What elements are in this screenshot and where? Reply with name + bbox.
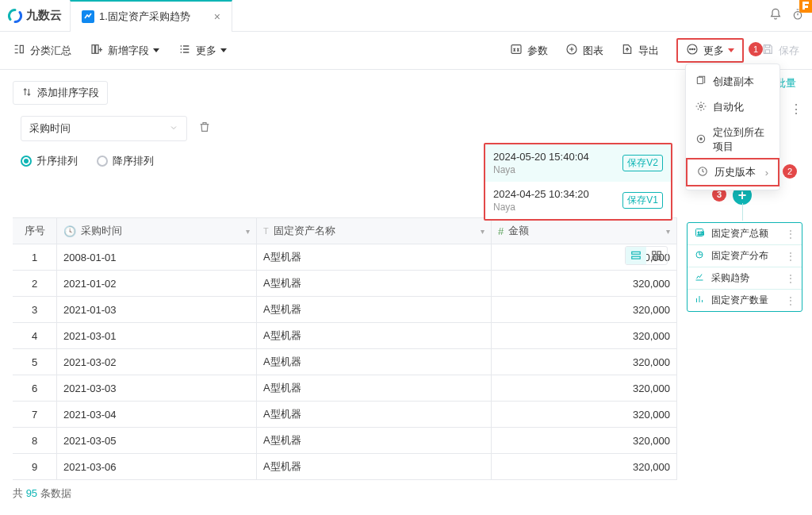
panel-item[interactable]: 固定资产分布 ⋮: [688, 245, 802, 267]
menu-history-label: 历史版本: [714, 165, 756, 179]
params-button[interactable]: 参数: [510, 43, 548, 58]
menu-history[interactable]: 历史版本 › 2: [686, 158, 779, 186]
more-dots-icon[interactable]: ⋮: [790, 102, 802, 117]
more-right-button[interactable]: 更多 1: [676, 38, 744, 63]
history-item[interactable]: 2024-04-25 10:34:20 Naya 保存V1: [485, 182, 671, 219]
group-summary-button[interactable]: 分类汇总: [13, 43, 71, 58]
tab-active[interactable]: 1.固定资产采购趋势 ×: [70, 0, 232, 32]
more-dots-icon[interactable]: ⋮: [786, 273, 795, 284]
cell-name: A型机器: [257, 454, 492, 479]
export-label: 导出: [638, 44, 659, 58]
col-name[interactable]: T固定资产名称 ▾: [257, 218, 492, 244]
history-datetime: 2024-05-20 15:40:04: [493, 151, 589, 163]
menu-locate[interactable]: 定位到所在项目: [686, 120, 779, 159]
menu-automation[interactable]: 自动化: [686, 94, 779, 120]
column-menu-icon[interactable]: ▾: [666, 227, 670, 236]
cell-idx: 9: [13, 454, 57, 479]
panel-item[interactable]: 采购趋势 ⋮: [688, 267, 802, 290]
svg-point-8: [691, 48, 692, 49]
col-time[interactable]: 🕓采购时间 ▾: [57, 218, 257, 244]
menu-create-copy[interactable]: 创建副本: [686, 69, 779, 94]
add-column-icon: [90, 43, 103, 58]
cell-amount: 320,000: [492, 297, 677, 322]
panel-item[interactable]: 123 固定资产总额 ⋮: [688, 223, 802, 245]
footer-suffix: 条数据: [37, 487, 71, 499]
cell-amount: 320,000: [492, 428, 677, 453]
number-icon: 123: [694, 228, 705, 240]
bell-icon[interactable]: [769, 8, 782, 24]
chart-icon: [82, 10, 94, 23]
cell-name: A型机器: [257, 323, 492, 348]
chevron-right-icon: ›: [765, 167, 768, 179]
cell-amount: 320,000: [492, 323, 677, 348]
clock-icon: 🕓: [63, 225, 76, 237]
chart-button[interactable]: 图表: [565, 43, 603, 58]
table-row[interactable]: 62021-03-03A型机器320,000: [13, 375, 677, 402]
column-menu-icon[interactable]: ▾: [481, 227, 485, 236]
tab-label: 1.固定资产采购趋势: [99, 10, 190, 24]
cell-name: A型机器: [257, 402, 492, 427]
table-row[interactable]: 72021-03-04A型机器320,000: [13, 402, 677, 428]
history-tag: 保存V1: [622, 192, 663, 209]
panel-item[interactable]: 固定资产数量 ⋮: [688, 290, 802, 311]
cell-time: 2021-03-05: [57, 428, 257, 453]
close-icon[interactable]: ×: [214, 11, 220, 22]
caret-down-icon: [220, 48, 227, 52]
radio-dot-icon: [97, 156, 108, 167]
save-button[interactable]: 保存: [761, 43, 799, 58]
sort-asc-label: 升序排列: [36, 154, 78, 168]
table-row[interactable]: 82021-03-05A型机器320,000: [13, 428, 677, 454]
save-icon: [761, 43, 774, 58]
cell-name: A型机器: [257, 349, 492, 375]
view-grid-button[interactable]: [646, 247, 667, 264]
more-left-button[interactable]: 更多: [178, 43, 227, 58]
number-type-icon: #: [498, 225, 504, 237]
svg-rect-14: [653, 252, 656, 255]
footer: 共 95 条数据: [0, 480, 812, 507]
sort-asc-radio[interactable]: 升序排列: [21, 154, 78, 168]
svg-rect-10: [765, 45, 769, 48]
cell-idx: 8: [13, 428, 57, 453]
more-dots-icon[interactable]: ⋮: [786, 251, 795, 262]
add-sort-field-button[interactable]: 添加排序字段: [13, 81, 108, 105]
sort-field-value: 采购时间: [29, 121, 71, 136]
svg-rect-15: [657, 252, 661, 255]
table-row[interactable]: 42021-03-01A型机器320,000: [13, 323, 677, 349]
cell-name: A型机器: [257, 375, 492, 401]
cell-idx: 3: [13, 297, 57, 322]
export-button[interactable]: 导出: [621, 43, 659, 58]
children-panel: 123 固定资产总额 ⋮ 固定资产分布 ⋮ 采购趋势 ⋮ 固定资产数量 ⋮: [687, 222, 802, 312]
table-row[interactable]: 52021-03-02A型机器320,000: [13, 349, 677, 375]
svg-point-19: [699, 105, 703, 108]
sort-desc-radio[interactable]: 降序排列: [97, 154, 154, 168]
sort-field-select[interactable]: 采购时间: [21, 116, 187, 141]
chevron-down-icon: [169, 123, 178, 135]
add-field-button[interactable]: 新增字段: [90, 43, 159, 58]
svg-text:123: 123: [698, 231, 705, 236]
history-datetime: 2024-04-25 10:34:20: [493, 188, 589, 200]
list-icon: [178, 43, 191, 58]
table-body: 12008-01-01A型机器320,00022021-01-02A型机器320…: [13, 244, 677, 480]
table-row[interactable]: 32021-01-03A型机器320,000: [13, 297, 677, 323]
table-row[interactable]: 12008-01-01A型机器320,000: [13, 244, 677, 271]
cell-idx: 4: [13, 323, 57, 348]
sort-arrows-icon: [21, 86, 33, 100]
trash-icon[interactable]: [198, 121, 211, 136]
col-amount[interactable]: #金额 ▾: [492, 218, 677, 244]
view-list-button[interactable]: [626, 247, 646, 264]
table-row[interactable]: 92021-03-06A型机器320,000: [13, 454, 677, 480]
footer-prefix: 共: [13, 487, 26, 499]
more-dots-icon[interactable]: ⋮: [786, 295, 795, 306]
more-dots-icon[interactable]: ⋮: [786, 229, 795, 240]
table-row[interactable]: 22021-01-02A型机器320,000: [13, 271, 677, 297]
panel-item-label: 固定资产分布: [711, 249, 768, 263]
cell-amount: 320,000: [492, 454, 677, 479]
col-time-label: 采购时间: [81, 224, 122, 238]
history-popover: 2024-05-20 15:40:04 Naya 保存V2 2024-04-25…: [484, 143, 672, 221]
col-idx: 序号: [13, 218, 57, 244]
column-menu-icon[interactable]: ▾: [246, 227, 250, 236]
cell-idx: 2: [13, 271, 57, 296]
save-label: 保存: [779, 44, 799, 58]
more-dropdown: 创建副本 自动化 定位到所在项目 历史版本 › 2: [685, 63, 780, 190]
history-item[interactable]: 2024-05-20 15:40:04 Naya 保存V2: [485, 144, 671, 182]
